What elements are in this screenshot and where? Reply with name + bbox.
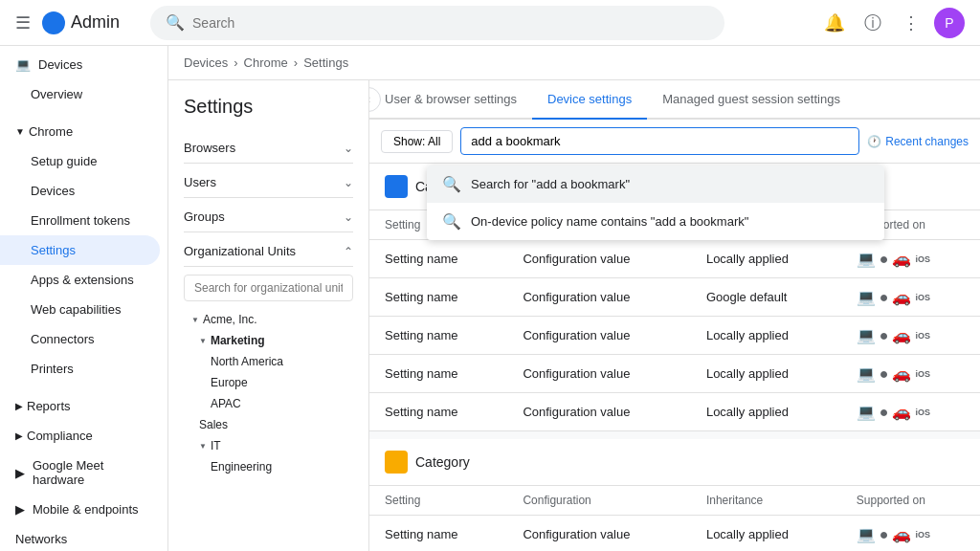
car-icon: 🚗	[892, 250, 911, 268]
sidebar-group-chrome[interactable]: ▼ Chrome	[0, 117, 167, 146]
dropdown-item-search[interactable]: 🔍 Search for "add a bookmark"	[427, 165, 884, 203]
category-1-icon	[385, 175, 408, 198]
org-item-engineering[interactable]: Engineering	[184, 456, 353, 477]
cell2-setting: Setting name	[369, 516, 507, 552]
settings-search-input[interactable]	[460, 127, 859, 155]
cell-inheritance: Google default	[691, 278, 841, 317]
right-panel: ‹ User & browser settings Device setting…	[369, 80, 980, 551]
laptop-icon-2: 💻	[857, 525, 876, 543]
dropdown-item-policy[interactable]: 🔍 On-device policy name contains "add a …	[427, 203, 884, 240]
sidebar-item-overview[interactable]: Overview	[0, 79, 160, 109]
ios-label-2: iOS	[915, 530, 930, 540]
search-icon: 🔍	[166, 13, 185, 32]
menu-icon[interactable]: ☰	[15, 12, 31, 33]
notifications-icon[interactable]: 🔔	[819, 8, 850, 38]
main-content: Devices › Chrome › Settings Settings Bro…	[168, 46, 980, 551]
tab-user-browser-settings[interactable]: User & browser settings	[369, 80, 532, 120]
laptop-icon: 💻	[857, 250, 876, 268]
global-search-bar[interactable]: 🔍	[150, 6, 724, 40]
category-2: Category Setting Configuration Inheritan…	[369, 439, 980, 551]
help-icon[interactable]: ⓘ	[858, 8, 888, 38]
cell-icons: 💻 ● 🚗 iOS	[841, 355, 980, 393]
sidebar-item-mobile-endpoints[interactable]: ▶ Mobile & endpoints	[0, 495, 160, 524]
sidebar-section-chrome: ▼ Chrome Setup guide Devices Enrollment …	[0, 113, 167, 387]
tab-managed-guest-session[interactable]: Managed guest session settings	[647, 80, 856, 120]
show-all-toggle[interactable]: Show: All	[381, 130, 453, 153]
settings-search-area: Show: All 🕐 Recent changes	[369, 120, 980, 164]
ios-label: iOS	[915, 293, 930, 302]
org-item-europe[interactable]: Europe	[184, 372, 353, 393]
settings-search-wrapper: Show: All 🕐 Recent changes 🔍 Search for …	[369, 120, 980, 164]
org-units-chevron-icon: ⌃	[344, 245, 353, 258]
avatar[interactable]: P	[934, 8, 965, 38]
sidebar-group-compliance[interactable]: ▶ Compliance	[0, 421, 167, 451]
groups-section-header[interactable]: Groups ⌄	[184, 202, 353, 232]
circle-icon: ●	[880, 404, 889, 421]
panel-section-groups: Groups ⌄	[184, 202, 353, 232]
cell-inheritance: Locally applied	[691, 317, 841, 355]
org-item-apac[interactable]: APAC	[184, 393, 353, 414]
org-item-north-america[interactable]: North America	[184, 351, 353, 372]
logo: Admin	[42, 11, 120, 34]
sidebar-item-setup-guide[interactable]: Setup guide	[0, 146, 160, 176]
org-units-section-header[interactable]: Organizational Units ⌃	[184, 236, 353, 267]
sidebar-item-enrollment-tokens[interactable]: Enrollment tokens	[0, 206, 160, 235]
org-search-input[interactable]	[184, 275, 353, 301]
chrome-arrow-icon: ▼	[15, 126, 25, 137]
it-triangle-icon: ▼	[199, 442, 207, 451]
sidebar-group-reports[interactable]: ▶ Reports	[0, 391, 167, 421]
sidebar-item-chrome-devices[interactable]: Devices	[0, 176, 160, 206]
cell-config: Configuration value	[507, 278, 691, 317]
table-row: Setting name Configuration value Google …	[369, 278, 980, 317]
tab-device-settings[interactable]: Device settings	[532, 80, 647, 120]
sidebar-item-printers[interactable]: Printers	[0, 354, 160, 384]
sidebar-item-networks[interactable]: Networks	[0, 524, 160, 551]
marketing-triangle-icon: ▼	[199, 337, 207, 345]
sidebar: 💻 Devices Overview ▼ Chrome Setup guide …	[0, 46, 168, 551]
col2-setting: Setting	[369, 486, 507, 516]
circle-icon-2: ●	[880, 526, 889, 543]
circle-icon: ●	[880, 365, 889, 383]
dropdown-policy-text: On-device policy name contains "add a bo…	[471, 214, 748, 229]
org-item-it[interactable]: ▼ IT	[184, 435, 353, 456]
sidebar-item-web-capabilities[interactable]: Web capabilities	[0, 295, 160, 324]
sidebar-item-apps-extensions[interactable]: Apps & extensions	[0, 265, 160, 295]
category-2-header: Category	[369, 439, 980, 486]
cell2-inheritance: Locally applied	[691, 516, 841, 552]
breadcrumb-sep2: ›	[294, 55, 298, 70]
users-section-header[interactable]: Users ⌄	[184, 167, 353, 198]
logo-circle	[42, 11, 65, 34]
cell-inheritance: Locally applied	[691, 240, 841, 278]
global-search-input[interactable]	[192, 15, 709, 31]
apps-icon[interactable]: ⋮	[896, 8, 926, 38]
breadcrumb-chrome[interactable]: Chrome	[244, 55, 288, 70]
dropdown-policy-icon: 🔍	[442, 212, 461, 231]
users-chevron-icon: ⌄	[344, 176, 353, 189]
cell-setting: Setting name	[369, 278, 507, 317]
sidebar-item-devices[interactable]: 💻 Devices	[0, 50, 160, 79]
recent-changes-link[interactable]: 🕐 Recent changes	[867, 135, 969, 148]
col2-supported-on: Supported on	[841, 486, 980, 516]
sidebar-item-google-meet[interactable]: ▶ Google Meet hardware	[0, 451, 160, 495]
org-item-sales[interactable]: Sales	[184, 414, 353, 435]
category-2-title: Category	[415, 454, 470, 470]
left-panel-title: Settings	[184, 96, 353, 118]
breadcrumb-sep1: ›	[234, 55, 237, 70]
cell-icons: 💻 ● 🚗 iOS	[841, 240, 980, 278]
sidebar-item-connectors[interactable]: Connectors	[0, 324, 160, 354]
browsers-section-header[interactable]: Browsers ⌄	[184, 133, 353, 164]
org-item-marketing[interactable]: ▼ Marketing	[184, 330, 353, 351]
cell-inheritance: Locally applied	[691, 355, 841, 393]
org-item-acme[interactable]: ▼ Acme, Inc.	[184, 309, 353, 330]
breadcrumb-devices[interactable]: Devices	[184, 55, 228, 70]
car-icon: 🚗	[892, 288, 911, 306]
settings-table-1: Setting Configuration Inheritance Suppor…	[369, 210, 980, 431]
panel-section-browsers: Browsers ⌄	[184, 133, 353, 164]
sidebar-item-settings[interactable]: Settings	[0, 235, 160, 265]
circle-icon: ●	[880, 251, 889, 268]
breadcrumb-settings[interactable]: Settings	[303, 55, 348, 70]
cell-config: Configuration value	[507, 355, 691, 393]
reports-arrow-icon: ▶	[15, 401, 23, 411]
car-icon: 🚗	[892, 364, 911, 383]
content-area: Settings Browsers ⌄ Users ⌄ Groups	[168, 80, 980, 551]
